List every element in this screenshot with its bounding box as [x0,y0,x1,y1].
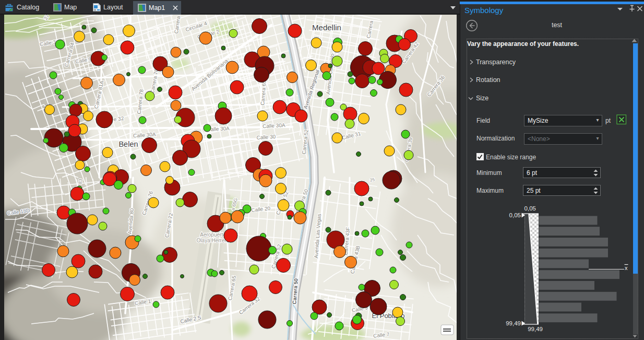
svg-text:Calle 30: Calle 30 [256,134,276,140]
svg-text:Belen: Belen [118,140,138,148]
svg-text:Aeropuerto: Aeropuerto [200,232,226,238]
svg-text:alle 30A: alle 30A [210,125,230,132]
svg-text:83: 83 [77,179,84,185]
svg-text:Calle 30A: Calle 30A [263,122,285,129]
svg-text:Medellin: Medellin [312,23,341,32]
